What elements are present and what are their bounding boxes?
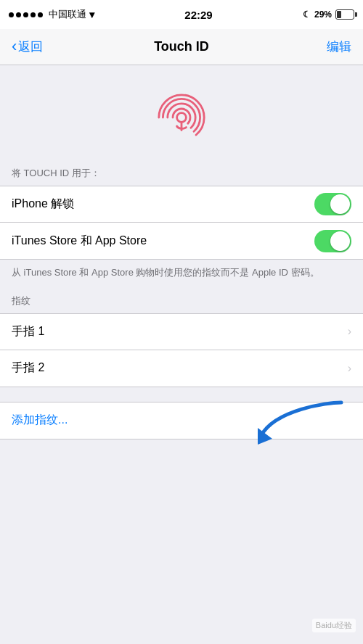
edit-button[interactable]: 编辑	[327, 38, 351, 55]
nav-bar: ‹ 返回 Touch ID 编辑	[0, 29, 363, 65]
signal-dots	[9, 12, 43, 17]
chevron-right-icon-2: ›	[348, 362, 351, 375]
watermark: Baidu经验	[312, 619, 356, 632]
touch-id-section-label: 将 TOUCH ID 用于：	[0, 167, 363, 186]
carrier-label: 中国联通	[49, 8, 86, 21]
status-left: 中国联通 ▾	[9, 8, 94, 21]
iphone-unlock-row: iPhone 解锁	[0, 186, 363, 223]
fingerprint-icon-area	[0, 65, 363, 167]
appstore-toggle[interactable]	[314, 230, 351, 252]
add-fingerprint-row[interactable]: 添加指纹...	[0, 402, 363, 439]
battery-icon	[335, 9, 354, 20]
fingerprint-item-2[interactable]: 手指 2 ›	[0, 350, 363, 387]
chevron-right-icon-1: ›	[348, 325, 351, 338]
back-label: 返回	[18, 38, 43, 55]
back-button[interactable]: ‹ 返回	[12, 38, 43, 55]
appstore-row: iTunes Store 和 App Store	[0, 223, 363, 259]
fingerprint-2-label: 手指 2	[12, 360, 44, 376]
back-chevron-icon: ‹	[12, 38, 17, 54]
nav-title: Touch ID	[154, 39, 209, 54]
moon-icon: ☾	[303, 9, 311, 20]
toggle-settings-group: iPhone 解锁 iTunes Store 和 App Store	[0, 186, 363, 260]
status-time: 22:29	[184, 9, 212, 21]
fingerprint-list: 手指 1 › 手指 2 ›	[0, 313, 363, 387]
fingerprint-item-1[interactable]: 手指 1 ›	[0, 314, 363, 350]
status-right: ☾ 29%	[303, 9, 354, 20]
iphone-unlock-toggle[interactable]	[314, 193, 351, 215]
battery-percent: 29%	[314, 9, 332, 20]
add-fingerprint-area: 添加指纹...	[0, 402, 363, 439]
fingerprint-1-label: 手指 1	[12, 324, 44, 339]
wifi-icon: ▾	[89, 9, 94, 20]
status-bar: 中国联通 ▾ 22:29 ☾ 29%	[0, 0, 363, 29]
toggle-knob	[330, 194, 350, 214]
iphone-unlock-label: iPhone 解锁	[12, 197, 74, 212]
appstore-label: iTunes Store 和 App Store	[12, 234, 147, 249]
svg-point-0	[177, 113, 187, 123]
fingerprint-section-label: 指纹	[0, 294, 363, 313]
fingerprint-icon	[152, 88, 211, 146]
content: 将 TOUCH ID 用于： iPhone 解锁 iTunes Store 和 …	[0, 65, 363, 439]
description-text: 从 iTunes Store 和 App Store 购物时使用您的指纹而不是 …	[0, 260, 363, 294]
add-fingerprint-label[interactable]: 添加指纹...	[12, 413, 68, 428]
toggle-knob-2	[330, 231, 350, 251]
